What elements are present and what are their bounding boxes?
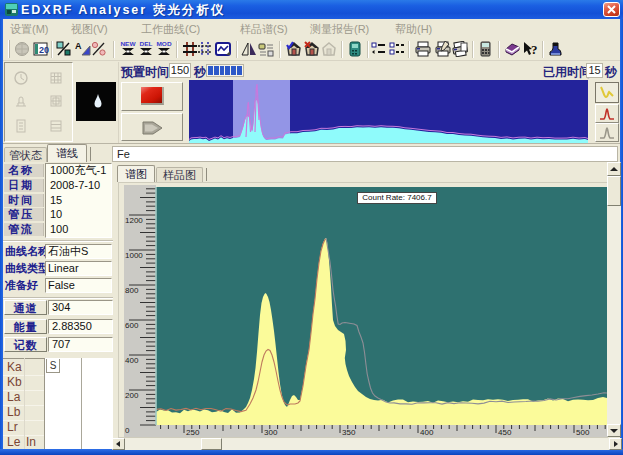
svg-text:A: A (75, 41, 82, 51)
svg-text:450: 450 (498, 428, 512, 437)
svg-text:DEL: DEL (139, 41, 152, 47)
svg-text:250: 250 (186, 428, 200, 437)
svg-text:800: 800 (125, 286, 139, 295)
svg-text:20: 20 (39, 45, 49, 55)
svg-text:200: 200 (125, 391, 139, 400)
svg-text:300: 300 (264, 428, 278, 437)
svg-text:350: 350 (342, 428, 356, 437)
svg-text:1000: 1000 (125, 251, 143, 260)
svg-text:600: 600 (125, 321, 139, 330)
svg-text:500: 500 (576, 428, 590, 437)
svg-text:MOD: MOD (156, 41, 172, 47)
svg-text:400: 400 (125, 356, 139, 365)
svg-text:?: ? (531, 42, 538, 57)
svg-text:400: 400 (420, 428, 434, 437)
svg-text:NEW: NEW (120, 41, 135, 47)
svg-text:1200: 1200 (125, 216, 143, 225)
